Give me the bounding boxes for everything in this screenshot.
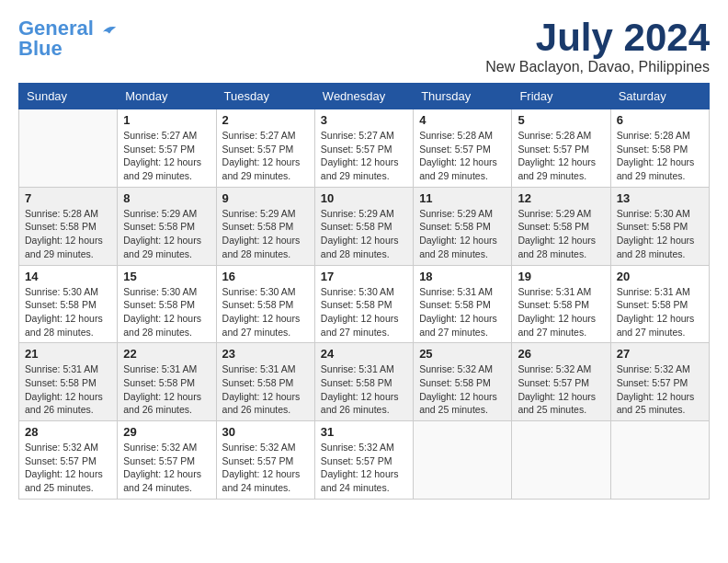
calendar-cell: 10Sunrise: 5:29 AM Sunset: 5:58 PM Dayli…: [314, 187, 413, 265]
calendar-cell: [610, 421, 709, 500]
calendar-header-row: SundayMondayTuesdayWednesdayThursdayFrid…: [19, 84, 710, 109]
calendar-cell: 5Sunrise: 5:28 AM Sunset: 5:57 PM Daylig…: [512, 109, 610, 188]
header-thursday: Thursday: [414, 84, 512, 109]
header-monday: Monday: [118, 84, 216, 109]
calendar-cell: 2Sunrise: 5:27 AM Sunset: 5:57 PM Daylig…: [216, 109, 314, 188]
day-info: Sunrise: 5:31 AM Sunset: 5:58 PM Dayligh…: [321, 362, 407, 417]
calendar-week-row: 7Sunrise: 5:28 AM Sunset: 5:58 PM Daylig…: [19, 187, 710, 265]
day-info: Sunrise: 5:29 AM Sunset: 5:58 PM Dayligh…: [321, 207, 407, 261]
calendar-cell: 13Sunrise: 5:30 AM Sunset: 5:58 PM Dayli…: [610, 187, 709, 265]
day-info: Sunrise: 5:30 AM Sunset: 5:58 PM Dayligh…: [25, 285, 111, 339]
day-info: Sunrise: 5:32 AM Sunset: 5:57 PM Dayligh…: [518, 362, 604, 417]
day-number: 19: [518, 270, 604, 283]
day-info: Sunrise: 5:28 AM Sunset: 5:58 PM Dayligh…: [25, 207, 111, 261]
calendar-cell: 19Sunrise: 5:31 AM Sunset: 5:58 PM Dayli…: [512, 265, 610, 343]
calendar-cell: 27Sunrise: 5:32 AM Sunset: 5:57 PM Dayli…: [610, 343, 709, 421]
day-info: Sunrise: 5:32 AM Sunset: 5:57 PM Dayligh…: [222, 441, 309, 495]
day-info: Sunrise: 5:32 AM Sunset: 5:57 PM Dayligh…: [321, 441, 407, 495]
header-wednesday: Wednesday: [314, 84, 413, 109]
calendar-cell: [512, 421, 610, 500]
day-number: 28: [25, 425, 111, 439]
day-number: 18: [419, 270, 506, 283]
calendar-week-row: 28Sunrise: 5:32 AM Sunset: 5:57 PM Dayli…: [19, 421, 710, 500]
calendar-cell: 12Sunrise: 5:29 AM Sunset: 5:58 PM Dayli…: [512, 187, 610, 265]
calendar-cell: 17Sunrise: 5:30 AM Sunset: 5:58 PM Dayli…: [314, 265, 413, 343]
day-info: Sunrise: 5:31 AM Sunset: 5:58 PM Dayligh…: [617, 285, 703, 339]
calendar-cell: 15Sunrise: 5:30 AM Sunset: 5:58 PM Dayli…: [118, 265, 216, 343]
day-number: 6: [617, 113, 703, 127]
calendar-cell: 3Sunrise: 5:27 AM Sunset: 5:57 PM Daylig…: [314, 109, 413, 188]
day-number: 29: [123, 425, 210, 439]
day-info: Sunrise: 5:29 AM Sunset: 5:58 PM Dayligh…: [222, 207, 309, 261]
day-number: 2: [222, 113, 309, 127]
calendar-cell: 25Sunrise: 5:32 AM Sunset: 5:58 PM Dayli…: [414, 343, 512, 421]
calendar-cell: 14Sunrise: 5:30 AM Sunset: 5:58 PM Dayli…: [19, 265, 118, 343]
day-number: 23: [222, 347, 309, 361]
day-number: 27: [617, 347, 703, 361]
calendar-table: SundayMondayTuesdayWednesdayThursdayFrid…: [18, 83, 710, 500]
day-number: 13: [617, 191, 703, 205]
day-number: 8: [123, 191, 210, 205]
calendar-cell: 21Sunrise: 5:31 AM Sunset: 5:58 PM Dayli…: [19, 343, 118, 421]
day-info: Sunrise: 5:31 AM Sunset: 5:58 PM Dayligh…: [123, 362, 210, 417]
day-info: Sunrise: 5:31 AM Sunset: 5:58 PM Dayligh…: [25, 362, 111, 417]
calendar-cell: 4Sunrise: 5:28 AM Sunset: 5:57 PM Daylig…: [414, 109, 512, 188]
day-info: Sunrise: 5:32 AM Sunset: 5:57 PM Dayligh…: [123, 441, 210, 495]
location-subtitle: New Baclayon, Davao, Philippines: [485, 59, 710, 75]
calendar-cell: 24Sunrise: 5:31 AM Sunset: 5:58 PM Dayli…: [314, 343, 413, 421]
calendar-cell: 31Sunrise: 5:32 AM Sunset: 5:57 PM Dayli…: [314, 421, 413, 500]
day-number: 20: [617, 270, 703, 283]
day-number: 26: [518, 347, 604, 361]
logo-blue: Blue: [18, 39, 63, 59]
day-number: 25: [419, 347, 506, 361]
calendar-cell: [414, 421, 512, 500]
calendar-cell: 22Sunrise: 5:31 AM Sunset: 5:58 PM Dayli…: [118, 343, 216, 421]
calendar-cell: 7Sunrise: 5:28 AM Sunset: 5:58 PM Daylig…: [19, 187, 118, 265]
day-info: Sunrise: 5:32 AM Sunset: 5:57 PM Dayligh…: [617, 362, 703, 417]
day-info: Sunrise: 5:30 AM Sunset: 5:58 PM Dayligh…: [123, 285, 210, 339]
day-info: Sunrise: 5:31 AM Sunset: 5:58 PM Dayligh…: [518, 285, 604, 339]
calendar-cell: 6Sunrise: 5:28 AM Sunset: 5:58 PM Daylig…: [610, 109, 709, 188]
day-info: Sunrise: 5:30 AM Sunset: 5:58 PM Dayligh…: [617, 207, 703, 261]
day-number: 5: [518, 113, 604, 127]
calendar-cell: 26Sunrise: 5:32 AM Sunset: 5:57 PM Dayli…: [512, 343, 610, 421]
calendar-cell: 30Sunrise: 5:32 AM Sunset: 5:57 PM Dayli…: [216, 421, 314, 500]
calendar-cell: 28Sunrise: 5:32 AM Sunset: 5:57 PM Dayli…: [19, 421, 118, 500]
day-number: 31: [321, 425, 407, 439]
title-area: July 2024 New Baclayon, Davao, Philippin…: [485, 18, 710, 75]
calendar-cell: 16Sunrise: 5:30 AM Sunset: 5:58 PM Dayli…: [216, 265, 314, 343]
day-info: Sunrise: 5:31 AM Sunset: 5:58 PM Dayligh…: [222, 362, 309, 417]
day-info: Sunrise: 5:31 AM Sunset: 5:58 PM Dayligh…: [419, 285, 506, 339]
calendar-cell: 18Sunrise: 5:31 AM Sunset: 5:58 PM Dayli…: [414, 265, 512, 343]
day-info: Sunrise: 5:30 AM Sunset: 5:58 PM Dayligh…: [222, 285, 309, 339]
header-friday: Friday: [512, 84, 610, 109]
day-info: Sunrise: 5:32 AM Sunset: 5:57 PM Dayligh…: [25, 441, 111, 495]
header-saturday: Saturday: [610, 84, 709, 109]
calendar-cell: 1Sunrise: 5:27 AM Sunset: 5:57 PM Daylig…: [118, 109, 216, 188]
day-info: Sunrise: 5:27 AM Sunset: 5:57 PM Dayligh…: [123, 129, 210, 183]
calendar-cell: 9Sunrise: 5:29 AM Sunset: 5:58 PM Daylig…: [216, 187, 314, 265]
day-number: 10: [321, 191, 407, 205]
day-info: Sunrise: 5:28 AM Sunset: 5:57 PM Dayligh…: [518, 129, 604, 183]
logo-text: General: [18, 18, 118, 39]
day-number: 22: [123, 347, 210, 361]
calendar-week-row: 14Sunrise: 5:30 AM Sunset: 5:58 PM Dayli…: [19, 265, 710, 343]
day-number: 21: [25, 347, 111, 361]
calendar-cell: [19, 109, 118, 188]
calendar-cell: 8Sunrise: 5:29 AM Sunset: 5:58 PM Daylig…: [118, 187, 216, 265]
day-info: Sunrise: 5:28 AM Sunset: 5:57 PM Dayligh…: [419, 129, 506, 183]
day-info: Sunrise: 5:28 AM Sunset: 5:58 PM Dayligh…: [617, 129, 703, 183]
day-number: 7: [25, 191, 111, 205]
day-info: Sunrise: 5:27 AM Sunset: 5:57 PM Dayligh…: [222, 129, 309, 183]
month-year-title: July 2024: [485, 18, 710, 57]
day-number: 1: [123, 113, 210, 127]
calendar-week-row: 1Sunrise: 5:27 AM Sunset: 5:57 PM Daylig…: [19, 109, 710, 188]
day-number: 14: [25, 270, 111, 283]
day-number: 3: [321, 113, 407, 127]
day-number: 15: [123, 270, 210, 283]
day-number: 9: [222, 191, 309, 205]
header-tuesday: Tuesday: [216, 84, 314, 109]
header: General Blue July 2024 New Baclayon, Dav…: [18, 18, 710, 75]
day-number: 12: [518, 191, 604, 205]
day-number: 11: [419, 191, 506, 205]
